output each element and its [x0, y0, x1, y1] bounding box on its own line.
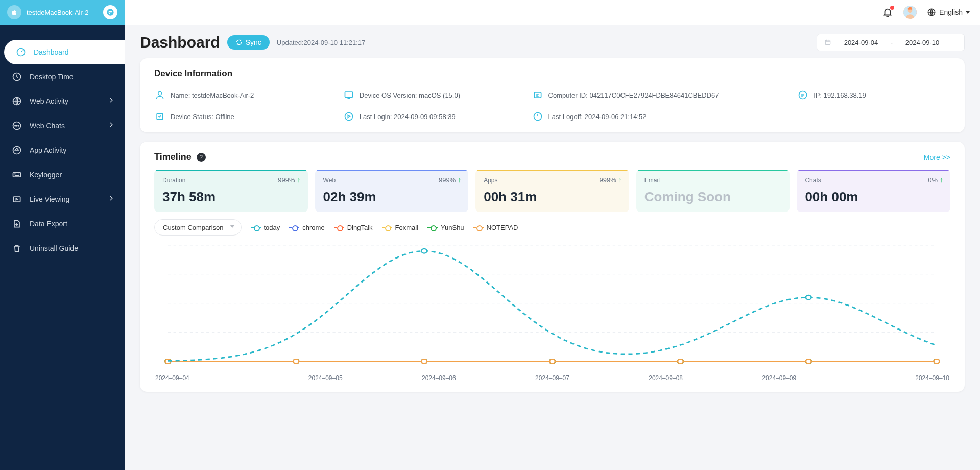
date-from: 2024-09-04	[844, 39, 878, 46]
language-selector[interactable]: English	[927, 8, 970, 17]
device-last-logoff: Last Logoff: 2024-09-06 21:14:52	[548, 113, 647, 121]
svg-rect-16	[345, 92, 352, 97]
device-os: Device OS Version: macOS (15.0)	[360, 91, 460, 99]
clock-icon	[11, 71, 22, 82]
chat-icon	[11, 120, 22, 131]
keyboard-icon	[11, 169, 22, 180]
stat-email: Email Coming Soon	[636, 170, 790, 212]
avatar[interactable]	[903, 6, 917, 19]
sync-button[interactable]: Sync	[227, 35, 270, 50]
live-icon	[11, 194, 22, 205]
svg-point-0	[107, 9, 113, 15]
chart-x-axis: 2024–09–042024–09–052024–09–062024–09–07…	[154, 374, 950, 382]
timeline-more-link[interactable]: More >>	[924, 153, 950, 161]
swap-device-button[interactable]	[103, 5, 117, 19]
status-icon	[154, 111, 165, 122]
device-info-title: Device Information	[154, 68, 950, 79]
device-info-card: Device Information Name: testdeMacBook-A…	[140, 58, 965, 132]
language-label: English	[939, 8, 963, 16]
caret-down-icon	[966, 11, 970, 14]
side-menu: Dashboard Desktop Time Web Activity Web …	[0, 25, 125, 261]
sidebar-item-live-viewing[interactable]: Live Viewing	[0, 187, 125, 212]
svg-point-65	[806, 295, 811, 300]
user-icon	[154, 89, 165, 101]
stat-apps[interactable]: Apps 999%↑ 00h 31m	[475, 170, 629, 212]
page-header: Dashboard Sync Updated:2024-09-10 11:21:…	[140, 34, 965, 51]
page-title: Dashboard	[140, 34, 220, 51]
timeline-chart	[154, 240, 950, 372]
trash-icon	[11, 243, 22, 254]
svg-point-7	[18, 125, 19, 126]
sidebar-item-label: Web Chats	[30, 122, 65, 130]
sidebar-item-dashboard[interactable]: Dashboard	[4, 40, 125, 64]
updated-text: Updated:2024-09-10 11:21:17	[277, 39, 365, 46]
device-header: testdeMacBook-Air-2	[0, 0, 125, 25]
svg-point-58	[293, 359, 299, 364]
sync-label: Sync	[246, 38, 261, 46]
sidebar-item-data-export[interactable]: Data Export	[0, 212, 125, 236]
legend-item[interactable]: Foxmail	[382, 224, 419, 231]
caret-down-icon	[230, 225, 235, 228]
sidebar-item-uninstall-guide[interactable]: Uninstall Guide	[0, 236, 125, 261]
logoff-icon	[532, 111, 543, 122]
legend-item[interactable]: NOTEPAD	[473, 224, 518, 231]
main: Dashboard Sync Updated:2024-09-10 11:21:…	[125, 25, 980, 470]
device-title: testdeMacBook-Air-2	[27, 9, 103, 16]
svg-point-63	[934, 359, 940, 364]
notification-dot-icon	[890, 6, 894, 10]
legend-item[interactable]: YunShu	[427, 224, 464, 231]
chart-legend: todaychromeDingTalkFoxmailYunShuNOTEPAD	[251, 224, 518, 231]
svg-text:ID: ID	[536, 93, 539, 97]
monitor-icon	[343, 89, 354, 101]
svg-point-6	[16, 125, 17, 126]
device-status: Device Status: Offline	[171, 113, 234, 121]
stat-duration[interactable]: Duration 999%↑ 37h 58m	[154, 170, 308, 212]
timeline-help-icon[interactable]: ?	[197, 153, 206, 162]
svg-point-15	[158, 91, 162, 95]
sidebar-item-web-chats[interactable]: Web Chats	[0, 113, 125, 138]
calendar-icon	[824, 39, 831, 46]
device-last-login: Last Login: 2024-09-09 09:58:39	[360, 113, 456, 121]
sidebar: testdeMacBook-Air-2 Dashboard Desktop Ti…	[0, 0, 125, 470]
stat-row: Duration 999%↑ 37h 58m Web 999%↑ 02h 39m…	[154, 170, 950, 212]
device-info-grid: Name: testdeMacBook-Air-2 Device OS Vers…	[154, 86, 950, 122]
svg-point-59	[421, 359, 427, 364]
sidebar-item-label: Dashboard	[34, 48, 69, 56]
chevron-right-icon	[107, 194, 115, 204]
sidebar-item-app-activity[interactable]: App Activity	[0, 138, 125, 162]
date-sep: -	[891, 39, 893, 46]
date-to: 2024-09-10	[905, 39, 940, 46]
stat-web[interactable]: Web 999%↑ 02h 39m	[315, 170, 469, 212]
svg-point-22	[345, 113, 352, 121]
chevron-right-icon	[107, 96, 115, 106]
sidebar-item-keylogger[interactable]: Keylogger	[0, 162, 125, 187]
apple-icon	[7, 5, 21, 19]
stat-chats[interactable]: Chats 0%↑ 00h 00m	[797, 170, 950, 212]
timeline-card: Timeline ? More >> Duration 999%↑ 37h 58…	[140, 142, 965, 392]
date-range-picker[interactable]: 2024-09-04 - 2024-09-10	[817, 34, 965, 51]
comparison-row: Custom Comparison todaychromeDingTalkFox…	[154, 219, 950, 236]
legend-item[interactable]: chrome	[289, 224, 324, 231]
svg-point-60	[549, 359, 555, 364]
sidebar-item-label: Web Activity	[30, 97, 68, 105]
sidebar-item-web-activity[interactable]: Web Activity	[0, 89, 125, 113]
svg-point-64	[421, 249, 427, 253]
svg-point-61	[678, 359, 683, 364]
svg-point-62	[806, 359, 811, 364]
timeline-title: Timeline	[154, 152, 192, 162]
topbar: English	[125, 0, 980, 25]
sidebar-item-label: Data Export	[30, 220, 67, 228]
sidebar-item-label: Keylogger	[30, 171, 62, 179]
device-id: Computer ID: 042117C0CFE27924FDBE84641CB…	[548, 91, 719, 99]
svg-point-5	[15, 125, 16, 126]
legend-item[interactable]: today	[251, 224, 280, 231]
sidebar-item-label: App Activity	[30, 146, 66, 154]
comparison-select[interactable]: Custom Comparison	[154, 219, 242, 236]
id-icon: ID	[532, 89, 543, 101]
chevron-right-icon	[107, 121, 115, 130]
sidebar-item-desktop-time[interactable]: Desktop Time	[0, 64, 125, 89]
device-ip: IP: 192.168.38.19	[814, 91, 866, 99]
legend-item[interactable]: DingTalk	[334, 224, 373, 231]
notifications-button[interactable]	[882, 7, 893, 18]
sidebar-item-label: Desktop Time	[30, 73, 74, 81]
